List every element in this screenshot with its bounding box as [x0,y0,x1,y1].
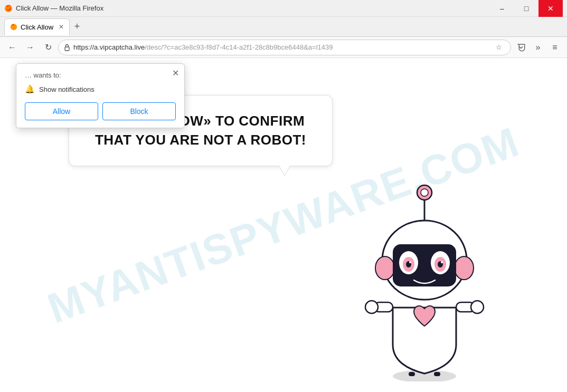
address-icons [64,44,70,51]
pocket-button[interactable] [513,40,529,55]
url-domain: https://a.vipcaptcha.live [73,43,145,51]
robot-illustration [340,170,541,392]
new-tab-button[interactable]: + [70,20,84,34]
svg-rect-2 [65,47,69,51]
tab-icon [10,23,17,31]
address-text: https://a.vipcaptcha.live/desc/?c=ac3e8c… [73,43,489,51]
svg-rect-25 [434,372,440,376]
firefox-icon [4,4,13,13]
back-button[interactable]: ← [4,40,20,55]
svg-point-11 [455,256,474,280]
forward-button[interactable]: → [22,40,38,55]
content-area: MYANTISPYWARE.COM ✕ … wants to: 🔔 Show n… [0,58,567,392]
minimize-button[interactable]: – [490,0,514,17]
popup-buttons: Allow Block [25,102,176,120]
url-path: /desc/?c=ac3e8c93-f8d7-4c14-a2f1-28c8b9b… [145,43,333,51]
titlebar-controls: – □ ✕ [490,0,563,17]
active-tab[interactable]: Click Allow ✕ [4,18,70,35]
menu-button[interactable]: ≡ [547,40,563,55]
svg-rect-24 [409,372,415,376]
tabbar: Click Allow ✕ + [0,17,567,37]
address-bar[interactable]: https://a.vipcaptcha.live/desc/?c=ac3e8c… [58,40,511,55]
popup-close-button[interactable]: ✕ [172,68,179,78]
popup-wants-text: … wants to: [25,71,176,79]
extensions-button[interactable]: » [530,40,546,55]
svg-point-23 [421,189,428,196]
refresh-button[interactable]: ↻ [40,40,56,55]
tab-label: Click Allow [21,23,53,31]
svg-point-5 [365,301,378,313]
svg-point-7 [471,301,484,313]
maximize-button[interactable]: □ [514,0,538,17]
svg-point-10 [375,256,394,280]
svg-point-20 [441,261,443,263]
close-button[interactable]: ✕ [538,0,563,17]
svg-point-16 [409,261,411,263]
allow-button[interactable]: Allow [25,102,98,120]
tab-close-button[interactable]: ✕ [59,23,64,31]
titlebar-title: Click Allow — Mozilla Firefox [16,4,103,12]
notification-row: 🔔 Show notifications [25,84,176,94]
bookmark-button[interactable]: ☆ [493,41,505,54]
show-notifications-label: Show notifications [39,85,94,93]
notification-popup: ✕ … wants to: 🔔 Show notifications Allow… [16,63,185,128]
navbar: ← → ↻ https://a.vipcaptcha.live/desc/?c=… [0,37,567,58]
titlebar: Click Allow — Mozilla Firefox – □ ✕ [0,0,567,17]
navbar-right: » ≡ [513,40,563,55]
titlebar-left: Click Allow — Mozilla Firefox [4,4,103,13]
robot-svg [340,170,509,381]
block-button[interactable]: Block [102,102,176,120]
lock-icon [64,44,70,51]
bell-icon: 🔔 [25,84,35,94]
